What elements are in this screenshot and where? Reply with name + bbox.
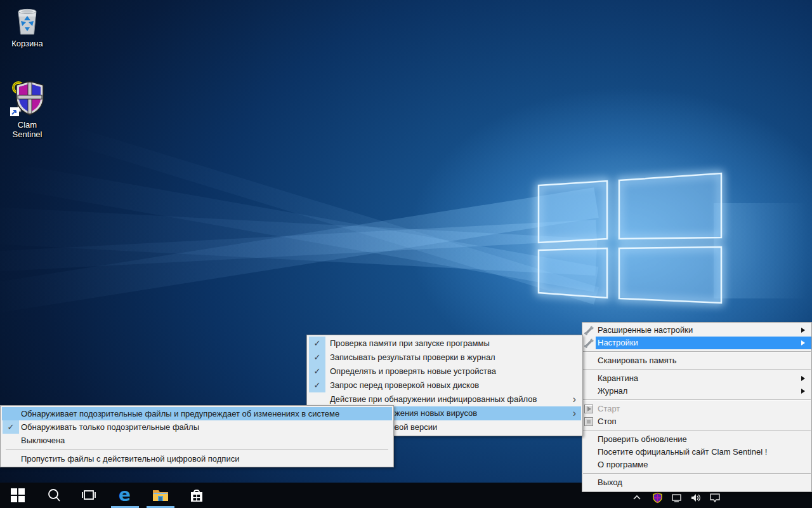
menu-item-label-fragment: овой версии bbox=[390, 420, 437, 434]
menu-item-detect-suspicious-and-warn[interactable]: Обнаруживает подозрительные файлы и пред… bbox=[2, 407, 392, 420]
menu-item-label: Сканировать память bbox=[598, 356, 677, 365]
menu-item-label: Проверка памяти при запуске программы bbox=[330, 338, 490, 348]
menu-separator bbox=[6, 449, 388, 450]
stop-square-icon bbox=[584, 417, 593, 426]
tray-action-center-icon[interactable] bbox=[709, 493, 721, 503]
menu-item-write-log[interactable]: ✓ Записывать результаты проверки в журна… bbox=[308, 351, 581, 364]
heuristic-submenu: Обнаруживает подозрительные файлы и пред… bbox=[0, 405, 394, 467]
desktop-icon-recycle-bin[interactable]: Корзина bbox=[4, 6, 51, 48]
menu-item-label: Определять и проверять новые устройства bbox=[330, 366, 496, 376]
desktop: Корзина Clam Sentinel bbox=[0, 0, 812, 508]
menu-item-label: Выход bbox=[598, 478, 622, 487]
menu-item-log[interactable]: Журнал bbox=[582, 385, 811, 398]
menu-item-infected-files-action[interactable]: Действие при обнаружении инфицированных … bbox=[308, 392, 581, 406]
edge-icon: e bbox=[115, 486, 134, 505]
menu-item-advanced-settings[interactable]: Расширенные настройки bbox=[582, 324, 811, 337]
menu-item-detect-new-devices[interactable]: ✓ Определять и проверять новые устройств… bbox=[308, 364, 581, 378]
tray-clam-sentinel-icon[interactable] bbox=[652, 493, 663, 504]
desktop-icon-label: Clam Sentinel bbox=[4, 120, 51, 139]
menu-item-scan-memory-at-startup[interactable]: ✓ Проверка памяти при запуске программы bbox=[308, 337, 581, 351]
desktop-icon-label: Корзина bbox=[4, 39, 51, 48]
windows-start-icon bbox=[10, 488, 25, 503]
menu-item-label: Пропустить файлы с действительной цифров… bbox=[21, 454, 239, 464]
clam-sentinel-icon bbox=[9, 79, 46, 118]
menu-separator bbox=[583, 473, 811, 474]
checkmark-icon: ✓ bbox=[309, 378, 325, 392]
menu-item-label: Обнаруживает подозрительные файлы и пред… bbox=[21, 409, 339, 418]
menu-item-label: Запрос перед проверкой новых дисков bbox=[330, 380, 479, 390]
desktop-icon-clam-sentinel[interactable]: Clam Sentinel bbox=[4, 79, 51, 139]
submenu-chevron-icon: › bbox=[573, 392, 576, 406]
menu-item-start: Старт bbox=[582, 403, 811, 415]
wrench-icon bbox=[584, 338, 594, 348]
menu-item-about[interactable]: О программе bbox=[582, 458, 811, 471]
tray-chevron-up-icon[interactable] bbox=[632, 493, 642, 503]
menu-item-check-update[interactable]: Проверить обновление bbox=[582, 433, 811, 446]
checkmark-icon: ✓ bbox=[3, 420, 19, 434]
menu-item-label: Карантина bbox=[598, 373, 638, 383]
file-explorer-button[interactable] bbox=[147, 483, 174, 508]
menu-item-label: Проверить обновление bbox=[598, 434, 687, 444]
submenu-arrow-icon bbox=[801, 340, 805, 345]
menu-item-ask-before-scan-disks[interactable]: ✓ Запрос перед проверкой новых дисков bbox=[308, 378, 581, 392]
menu-item-skip-signed-files[interactable]: Пропустить файлы с действительной цифров… bbox=[2, 452, 392, 465]
submenu-chevron-icon: › bbox=[573, 406, 576, 420]
wrench-icon bbox=[584, 325, 594, 335]
task-view-icon bbox=[81, 488, 97, 503]
search-icon bbox=[46, 488, 62, 503]
start-button[interactable] bbox=[4, 483, 32, 508]
menu-item-heuristic-off[interactable]: Выключена bbox=[2, 434, 392, 447]
menu-item-label: Записывать результаты проверки в журнал bbox=[330, 352, 495, 362]
start-play-icon bbox=[584, 404, 593, 413]
submenu-arrow-icon bbox=[801, 328, 805, 333]
menu-item-label: Обнаруживать только подозрительные файлы bbox=[21, 422, 199, 432]
menu-item-stop[interactable]: Стоп bbox=[582, 415, 811, 428]
checkmark-icon: ✓ bbox=[309, 364, 325, 378]
menu-item-label: Стоп bbox=[598, 417, 616, 426]
checkmark-icon: ✓ bbox=[309, 337, 325, 351]
tray-network-icon[interactable] bbox=[671, 493, 683, 503]
menu-item-detect-suspicious-only[interactable]: ✓ Обнаруживать только подозрительные фай… bbox=[2, 420, 392, 434]
submenu-arrow-icon bbox=[801, 376, 805, 381]
checkmark-icon: ✓ bbox=[309, 351, 325, 364]
menu-item-quarantine[interactable]: Карантина bbox=[582, 372, 811, 385]
menu-separator bbox=[583, 351, 811, 352]
file-explorer-icon bbox=[152, 488, 169, 503]
recycle-bin-icon bbox=[13, 6, 41, 37]
tray-volume-icon[interactable] bbox=[690, 493, 702, 503]
svg-text:e: e bbox=[119, 486, 131, 505]
menu-item-label: Журнал bbox=[598, 386, 627, 396]
menu-item-label: Настройки bbox=[598, 338, 638, 347]
search-button[interactable] bbox=[40, 483, 68, 508]
edge-button[interactable]: e bbox=[111, 483, 139, 508]
store-icon bbox=[188, 487, 205, 504]
clam-sentinel-tray-menu: Расширенные настройки Настройки Сканиров… bbox=[582, 322, 812, 492]
menu-item-visit-site[interactable]: Посетите официальный сайт Clam Sentinel … bbox=[582, 446, 811, 458]
menu-separator bbox=[583, 430, 811, 431]
menu-item-label: Посетите официальный сайт Clam Sentinel … bbox=[598, 447, 767, 457]
menu-separator bbox=[583, 369, 811, 370]
task-view-button[interactable] bbox=[75, 483, 103, 508]
store-button[interactable] bbox=[183, 483, 211, 508]
submenu-arrow-icon bbox=[801, 389, 805, 394]
menu-item-label: Старт bbox=[598, 404, 620, 413]
menu-item-label: О программе bbox=[598, 460, 648, 469]
menu-item-label-fragment: жения новых вирусов bbox=[395, 406, 477, 420]
menu-item-label: Расширенные настройки bbox=[598, 325, 693, 335]
menu-item-exit[interactable]: Выход bbox=[582, 476, 811, 489]
menu-item-settings[interactable]: Настройки bbox=[582, 337, 811, 349]
menu-item-label: Действие при обнаружении инфицированных … bbox=[330, 394, 537, 404]
menu-item-scan-memory[interactable]: Сканировать память bbox=[582, 354, 811, 367]
menu-separator bbox=[583, 399, 811, 401]
menu-item-label: Выключена bbox=[21, 436, 65, 445]
